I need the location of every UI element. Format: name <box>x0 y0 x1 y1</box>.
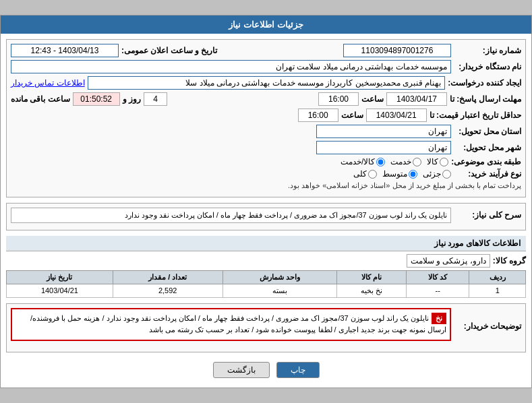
goods-table: ردیف کد کالا نام کالا واحد شمارش تعداد /… <box>6 270 526 298</box>
date-label: تاریخ و ساعت اعلان عمومی: <box>121 46 217 55</box>
deadline-row: مهلت ارسال پاسخ: تا 1403/04/17 ساعت 16:0… <box>11 92 521 106</box>
purchase-type-motavset: متوسط <box>382 169 417 179</box>
cell-unit: بسته <box>223 284 337 297</box>
deadline-time-label: ساعت <box>361 94 384 104</box>
category-row: طبقه بندی موضوعی: کالا خدمت کالا/خدمت <box>11 157 521 166</box>
category-option-both: کالا/خدمت <box>341 157 385 166</box>
buyer-notes-container: نخ نایلون یک راند لوب سوزن 37/مجوز اک مد… <box>11 308 451 345</box>
city-row: شهر محل تحویل: تهران <box>11 141 521 154</box>
price-deadline-time: 16:00 <box>298 108 338 122</box>
category-option-kala: کالا <box>427 157 448 166</box>
purchase-type-radio-koli[interactable] <box>368 170 377 179</box>
price-deadline-date: 1403/04/21 <box>366 108 427 122</box>
content-area: شماره نیاز: 1103094897001276 تاریخ و ساع… <box>1 34 531 388</box>
deadline-days: 4 <box>144 92 167 106</box>
purchase-type-label-jozi: جزئی <box>423 169 441 179</box>
contact-link[interactable]: اطلاعات تماس خریدار <box>11 78 85 88</box>
creator-value: بهنام قنبری محمدیوسخین کاربرداز موسسه خد… <box>88 76 446 90</box>
category-label-khedmat: خدمت <box>390 157 411 166</box>
cell-rownum: 1 <box>469 284 526 297</box>
category-label: طبقه بندی موضوعی: <box>451 157 521 166</box>
col-header-unit: واحد شمارش <box>223 270 337 284</box>
purchase-type-koli: کلی <box>353 169 377 179</box>
purchase-type-label: نوع فرآیند خرید: <box>454 169 521 179</box>
need-desc-row: سرح کلی نیاز: نایلون یک راند لوب سوزن 37… <box>11 208 521 223</box>
cell-name: نخ بخیه <box>337 284 407 297</box>
category-radio-khedmat[interactable] <box>413 158 421 166</box>
purchase-type-radio-jozi[interactable] <box>442 170 451 179</box>
purchase-type-jozi: جزئی <box>423 169 451 179</box>
cell-code: -- <box>407 284 469 297</box>
purchase-note-row: پرداخت تمام با بخشی از مبلغ خرید از محل … <box>11 181 521 190</box>
price-time-label: ساعت <box>341 111 363 120</box>
main-container: جزئیات اطلاعات نیاز شماره نیاز: 11030948… <box>0 15 532 388</box>
table-row: 1 -- نخ بخیه بسته 2,592 1403/04/21 <box>7 284 526 297</box>
need-number-value: 1103094897001276 <box>343 44 451 57</box>
deadline-label: مهلت ارسال پاسخ: تا <box>450 94 521 104</box>
col-header-date: تاریخ نیاز <box>7 270 113 284</box>
category-radio-group: کالا خدمت کالا/خدمت <box>11 157 448 166</box>
print-button[interactable]: چاپ <box>276 362 320 378</box>
price-deadline-row: حداقل تاریخ اعتبار قیمت: تا 1403/04/21 س… <box>11 108 521 122</box>
goods-group-label: گروه کالا: <box>493 256 526 266</box>
need-desc-label: سرح کلی نیاز: <box>454 210 521 220</box>
creator-label: ایجاد کننده درخواست: <box>448 78 521 88</box>
deadline-remaining: 01:50:52 <box>73 92 120 106</box>
purchase-type-row: نوع فرآیند خرید: جزئی متوسط کلی <box>11 169 521 179</box>
form-section: شماره نیاز: 1103094897001276 تاریخ و ساع… <box>6 39 526 197</box>
price-deadline-label: حداقل تاریخ اعتبار قیمت: تا <box>430 111 521 120</box>
goods-section-title: اطلاعات کالاهای مورد نیاز <box>6 236 526 251</box>
deadline-date: 1403/04/17 <box>386 92 447 106</box>
purchase-note: پرداخت تمام با بخشی از مبلغ خرید از محل … <box>11 181 521 190</box>
need-desc-section: سرح کلی نیاز: نایلون یک راند لوب سوزن 37… <box>6 203 526 230</box>
province-value: تهران <box>316 125 451 138</box>
buyer-notes-label: توضیحات خریدار: <box>454 321 521 331</box>
date-value: 1403/04/13 - 12:43 <box>11 44 119 57</box>
back-button[interactable]: بازگشت <box>213 362 270 378</box>
buyer-notes-row: توضیحات خریدار: نخ نایلون یک راند لوب سو… <box>11 308 521 345</box>
col-header-rownum: ردیف <box>469 270 526 284</box>
category-option-khedmat: خدمت <box>390 157 421 166</box>
province-label: استان محل تحویل: <box>454 127 521 136</box>
need-desc-text: نایلون یک راند لوب سوزن 37/مجوز اک مد ضر… <box>11 208 451 223</box>
buyer-notes-section: توضیحات خریدار: نخ نایلون یک راند لوب سو… <box>6 303 526 352</box>
creator-row: ایجاد کننده درخواست: بهنام قنبری محمدیوس… <box>11 76 521 90</box>
notes-prefix-label: نخ <box>432 313 446 325</box>
need-number-label: شماره نیاز: <box>454 46 521 55</box>
purchase-type-radio-motavset[interactable] <box>409 170 417 179</box>
need-number-row: شماره نیاز: 1103094897001276 تاریخ و ساع… <box>11 44 521 57</box>
page-header: جزئیات اطلاعات نیاز <box>1 16 531 34</box>
col-header-name: نام کالا <box>337 270 407 284</box>
cell-date: 1403/04/21 <box>7 284 113 297</box>
buyer-row: نام دستگاه خریدار: موسسه خدمات بهداشتی د… <box>11 60 521 73</box>
col-header-qty: تعداد / مقدار <box>113 270 223 284</box>
city-label: شهر محل تحویل: <box>454 143 521 152</box>
purchase-type-label-koli: کلی <box>353 169 367 179</box>
category-label-kala: کالا <box>427 157 438 166</box>
purchase-type-radio-group: جزئی متوسط کلی <box>11 169 451 179</box>
buyer-notes-text: نایلون یک راند لوب سوزن 37/مجوز اک مد ضر… <box>30 314 446 334</box>
button-row: چاپ بازگشت <box>6 358 526 382</box>
col-header-code: کد کالا <box>407 270 469 284</box>
category-radio-kala[interactable] <box>440 158 448 166</box>
cell-qty: 2,592 <box>113 284 223 297</box>
province-row: استان محل تحویل: تهران <box>11 125 521 138</box>
goods-section: اطلاعات کالاهای مورد نیاز گروه کالا: دار… <box>6 236 526 298</box>
buyer-value: موسسه خدمات بهداشتی درمانی میلاد سلامت ت… <box>11 60 451 73</box>
deadline-time: 16:00 <box>318 92 359 106</box>
deadline-remaining-label: ساعت باقی مانده <box>11 94 70 104</box>
city-value: تهران <box>316 141 451 154</box>
category-label-both: کالا/خدمت <box>341 157 375 166</box>
buyer-notes-box: نخ نایلون یک راند لوب سوزن 37/مجوز اک مد… <box>11 308 451 341</box>
buyer-label: نام دستگاه خریدار: <box>454 62 521 71</box>
deadline-days-label: روز و <box>123 94 141 104</box>
table-header-row: ردیف کد کالا نام کالا واحد شمارش تعداد /… <box>7 270 526 284</box>
goods-group-value: دارو، پزشکی و سلامت <box>407 254 490 268</box>
purchase-type-label-motavset: متوسط <box>382 169 407 179</box>
page-title: جزئیات اطلاعات نیاز <box>229 20 303 30</box>
category-radio-both[interactable] <box>376 158 385 166</box>
goods-group-row: گروه کالا: دارو، پزشکی و سلامت <box>6 254 526 268</box>
